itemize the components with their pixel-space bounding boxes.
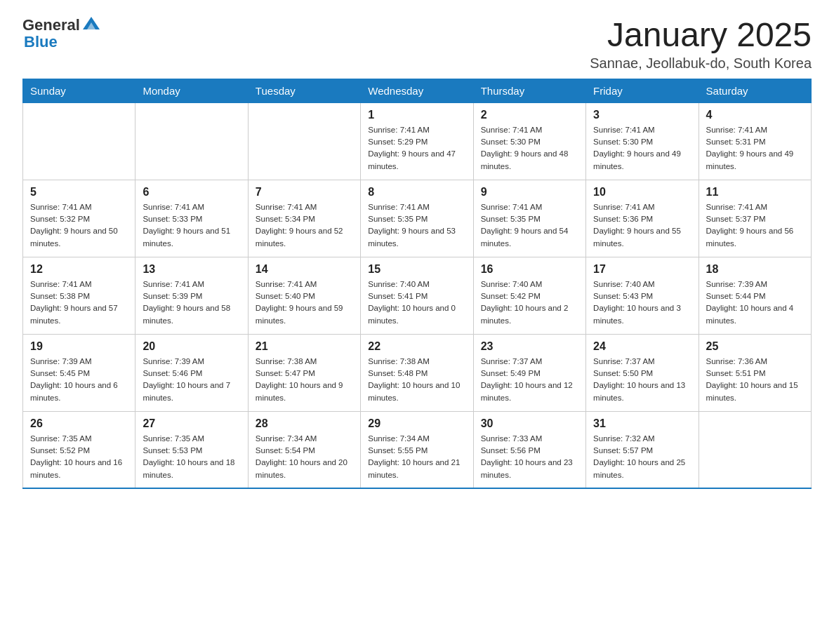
day-number: 1 (368, 109, 465, 121)
day-cell (23, 102, 135, 180)
page-header: General Blue January 2025 Sannae, Jeolla… (22, 17, 812, 72)
day-cell: 27Sunrise: 7:35 AM Sunset: 5:53 PM Dayli… (135, 411, 248, 488)
day-info: Sunrise: 7:32 AM Sunset: 5:57 PM Dayligh… (593, 433, 691, 481)
day-number: 16 (481, 263, 578, 276)
location-title: Sannae, Jeollabuk-do, South Korea (590, 55, 812, 72)
day-number: 17 (593, 263, 691, 276)
day-number: 29 (368, 417, 465, 430)
day-cell: 6Sunrise: 7:41 AM Sunset: 5:33 PM Daylig… (135, 180, 248, 257)
day-number: 30 (481, 417, 578, 430)
day-cell: 17Sunrise: 7:40 AM Sunset: 5:43 PM Dayli… (586, 257, 699, 334)
day-cell: 26Sunrise: 7:35 AM Sunset: 5:52 PM Dayli… (23, 411, 135, 488)
day-cell: 23Sunrise: 7:37 AM Sunset: 5:49 PM Dayli… (473, 334, 585, 411)
day-number: 25 (706, 340, 804, 353)
day-cell: 10Sunrise: 7:41 AM Sunset: 5:36 PM Dayli… (586, 180, 699, 257)
header-cell-friday: Friday (586, 79, 699, 102)
day-info: Sunrise: 7:41 AM Sunset: 5:32 PM Dayligh… (30, 201, 128, 250)
day-info: Sunrise: 7:37 AM Sunset: 5:50 PM Dayligh… (593, 356, 691, 404)
logo-icon (81, 14, 101, 34)
week-row-2: 5Sunrise: 7:41 AM Sunset: 5:32 PM Daylig… (23, 180, 812, 257)
day-number: 31 (593, 417, 691, 430)
calendar-body: 1Sunrise: 7:41 AM Sunset: 5:29 PM Daylig… (23, 102, 812, 488)
calendar-table: SundayMondayTuesdayWednesdayThursdayFrid… (22, 79, 812, 490)
day-info: Sunrise: 7:34 AM Sunset: 5:55 PM Dayligh… (368, 433, 465, 481)
day-number: 11 (706, 186, 804, 199)
day-info: Sunrise: 7:40 AM Sunset: 5:43 PM Dayligh… (593, 279, 691, 327)
day-info: Sunrise: 7:36 AM Sunset: 5:51 PM Dayligh… (706, 356, 804, 404)
day-number: 23 (481, 340, 578, 353)
day-cell: 11Sunrise: 7:41 AM Sunset: 5:37 PM Dayli… (699, 180, 811, 257)
day-number: 20 (143, 340, 240, 353)
day-number: 21 (256, 340, 353, 353)
day-info: Sunrise: 7:41 AM Sunset: 5:37 PM Dayligh… (706, 201, 804, 250)
day-number: 4 (706, 109, 804, 121)
day-number: 26 (30, 417, 128, 430)
day-number: 6 (143, 186, 240, 199)
day-number: 12 (30, 263, 128, 276)
day-cell (248, 102, 360, 180)
month-title: January 2025 (590, 17, 812, 54)
day-cell (135, 102, 248, 180)
day-info: Sunrise: 7:34 AM Sunset: 5:54 PM Dayligh… (256, 433, 353, 481)
day-cell: 8Sunrise: 7:41 AM Sunset: 5:35 PM Daylig… (361, 180, 473, 257)
day-cell: 15Sunrise: 7:40 AM Sunset: 5:41 PM Dayli… (361, 257, 473, 334)
day-cell: 5Sunrise: 7:41 AM Sunset: 5:32 PM Daylig… (23, 180, 135, 257)
day-number: 10 (593, 186, 691, 199)
day-info: Sunrise: 7:35 AM Sunset: 5:53 PM Dayligh… (143, 433, 240, 481)
logo-general: General (22, 17, 80, 34)
day-info: Sunrise: 7:40 AM Sunset: 5:41 PM Dayligh… (368, 279, 465, 327)
header-cell-monday: Monday (135, 79, 248, 102)
day-cell: 29Sunrise: 7:34 AM Sunset: 5:55 PM Dayli… (361, 411, 473, 488)
day-cell: 16Sunrise: 7:40 AM Sunset: 5:42 PM Dayli… (473, 257, 585, 334)
day-info: Sunrise: 7:41 AM Sunset: 5:35 PM Dayligh… (368, 201, 465, 250)
day-info: Sunrise: 7:41 AM Sunset: 5:39 PM Dayligh… (143, 279, 240, 327)
week-row-3: 12Sunrise: 7:41 AM Sunset: 5:38 PM Dayli… (23, 257, 812, 334)
day-number: 14 (256, 263, 353, 276)
header-cell-thursday: Thursday (473, 79, 585, 102)
title-block: January 2025 Sannae, Jeollabuk-do, South… (590, 17, 812, 72)
day-cell: 13Sunrise: 7:41 AM Sunset: 5:39 PM Dayli… (135, 257, 248, 334)
day-info: Sunrise: 7:37 AM Sunset: 5:49 PM Dayligh… (481, 356, 578, 404)
day-cell: 14Sunrise: 7:41 AM Sunset: 5:40 PM Dayli… (248, 257, 360, 334)
day-info: Sunrise: 7:38 AM Sunset: 5:47 PM Dayligh… (256, 356, 353, 404)
day-cell: 20Sunrise: 7:39 AM Sunset: 5:46 PM Dayli… (135, 334, 248, 411)
day-number: 24 (593, 340, 691, 353)
day-number: 28 (256, 417, 353, 430)
logo-blue: Blue (24, 34, 101, 51)
day-number: 19 (30, 340, 128, 353)
week-row-1: 1Sunrise: 7:41 AM Sunset: 5:29 PM Daylig… (23, 102, 812, 180)
day-cell: 4Sunrise: 7:41 AM Sunset: 5:31 PM Daylig… (699, 102, 811, 180)
day-number: 8 (368, 186, 465, 199)
day-info: Sunrise: 7:33 AM Sunset: 5:56 PM Dayligh… (481, 433, 578, 481)
day-cell: 28Sunrise: 7:34 AM Sunset: 5:54 PM Dayli… (248, 411, 360, 488)
week-row-4: 19Sunrise: 7:39 AM Sunset: 5:45 PM Dayli… (23, 334, 812, 411)
day-cell: 22Sunrise: 7:38 AM Sunset: 5:48 PM Dayli… (361, 334, 473, 411)
day-cell: 2Sunrise: 7:41 AM Sunset: 5:30 PM Daylig… (473, 102, 585, 180)
day-cell: 24Sunrise: 7:37 AM Sunset: 5:50 PM Dayli… (586, 334, 699, 411)
day-number: 15 (368, 263, 465, 276)
header-row: SundayMondayTuesdayWednesdayThursdayFrid… (23, 79, 812, 102)
day-info: Sunrise: 7:41 AM Sunset: 5:33 PM Dayligh… (143, 201, 240, 250)
calendar-header: SundayMondayTuesdayWednesdayThursdayFrid… (23, 79, 812, 102)
logo: General Blue (22, 17, 101, 51)
day-info: Sunrise: 7:41 AM Sunset: 5:38 PM Dayligh… (30, 279, 128, 327)
day-cell: 12Sunrise: 7:41 AM Sunset: 5:38 PM Dayli… (23, 257, 135, 334)
header-cell-saturday: Saturday (699, 79, 811, 102)
day-cell: 9Sunrise: 7:41 AM Sunset: 5:35 PM Daylig… (473, 180, 585, 257)
day-cell: 7Sunrise: 7:41 AM Sunset: 5:34 PM Daylig… (248, 180, 360, 257)
day-cell: 30Sunrise: 7:33 AM Sunset: 5:56 PM Dayli… (473, 411, 585, 488)
day-info: Sunrise: 7:41 AM Sunset: 5:35 PM Dayligh… (481, 201, 578, 250)
day-number: 7 (256, 186, 353, 199)
day-info: Sunrise: 7:39 AM Sunset: 5:46 PM Dayligh… (143, 356, 240, 404)
day-number: 5 (30, 186, 128, 199)
day-cell: 3Sunrise: 7:41 AM Sunset: 5:30 PM Daylig… (586, 102, 699, 180)
day-cell: 18Sunrise: 7:39 AM Sunset: 5:44 PM Dayli… (699, 257, 811, 334)
day-info: Sunrise: 7:39 AM Sunset: 5:44 PM Dayligh… (706, 279, 804, 327)
day-cell: 1Sunrise: 7:41 AM Sunset: 5:29 PM Daylig… (361, 102, 473, 180)
header-cell-tuesday: Tuesday (248, 79, 360, 102)
day-number: 13 (143, 263, 240, 276)
day-number: 3 (593, 109, 691, 121)
day-number: 9 (481, 186, 578, 199)
day-number: 27 (143, 417, 240, 430)
day-cell: 21Sunrise: 7:38 AM Sunset: 5:47 PM Dayli… (248, 334, 360, 411)
